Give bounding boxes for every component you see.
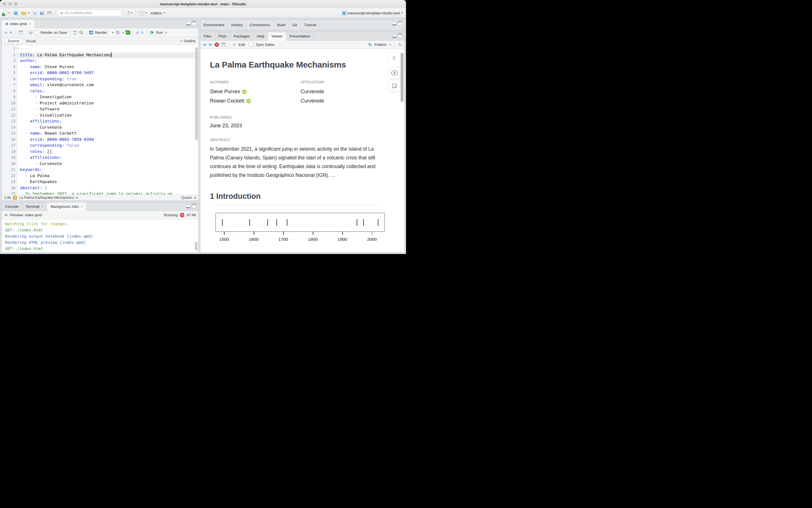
popout-icon[interactable]	[221, 43, 226, 47]
code-line[interactable]: roles: []	[17, 149, 198, 156]
goto-file-input[interactable]	[64, 11, 119, 15]
tab-files[interactable]: Files	[200, 32, 215, 40]
code-line[interactable]: - name: Rowan Cockett	[17, 131, 198, 137]
code-line[interactable]: orcid: 0000-0002-7859-8394	[17, 137, 198, 143]
orcid-icon[interactable]: iD	[246, 99, 251, 103]
code-line[interactable]: - Curvenote	[17, 161, 198, 168]
code-line[interactable]: - Visualization	[17, 113, 198, 119]
code-line[interactable]: orcid: 0000-0002-0760-5497	[17, 71, 198, 77]
code-line[interactable]: email: steve@curvenote.com	[17, 83, 198, 89]
code-line[interactable]: affiliations:	[17, 119, 198, 125]
console-scrollbar[interactable]	[195, 242, 198, 251]
search-icon[interactable]	[79, 31, 83, 35]
fold-arrow-icon[interactable]: ▾	[17, 47, 19, 50]
code-line[interactable]: affiliations:	[17, 155, 198, 161]
project-selector[interactable]: R manuscript-template-rstudio-test	[341, 10, 404, 16]
back-icon[interactable]	[4, 31, 7, 34]
code-line[interactable]: title: La Palma Earthquake Mechanisms	[17, 52, 198, 58]
code-line[interactable]: - Investigation	[17, 95, 198, 101]
source-mode-button[interactable]: Source	[4, 38, 22, 44]
tab-tutorial[interactable]: Tutorial	[300, 20, 320, 30]
orcid-icon[interactable]: iD	[242, 90, 247, 94]
chevron-down-icon[interactable]	[122, 32, 124, 33]
code-editor[interactable]: 1▾23456789101112131415161718192021222324…	[2, 45, 198, 195]
print-button[interactable]	[46, 10, 52, 15]
tab-plots[interactable]: Plots	[215, 32, 230, 40]
run-previous-icon[interactable]	[136, 31, 139, 34]
run-next-icon[interactable]	[141, 31, 144, 34]
gear-icon[interactable]	[116, 31, 120, 35]
maximize-pane-icon[interactable]	[398, 21, 402, 26]
chevron-down-icon[interactable]	[390, 44, 391, 45]
tab-build[interactable]: Build	[274, 20, 289, 30]
tab-connections[interactable]: Connections	[246, 20, 274, 30]
pane-layout-button[interactable]	[138, 10, 148, 16]
save-all-button[interactable]	[39, 11, 44, 15]
code-line[interactable]: - Software	[17, 107, 198, 113]
tab-viewer[interactable]: Viewer	[268, 32, 286, 41]
chevron-down-icon[interactable]	[112, 32, 114, 33]
stop-job-icon[interactable]: STOP	[180, 213, 184, 217]
tab-history[interactable]: History	[228, 20, 246, 30]
section-selector[interactable]: La Palma Earthquake Mechanisms	[19, 196, 74, 200]
code-line[interactable]: - Curvenote	[17, 125, 198, 131]
tab-index-qmd[interactable]: index.qmd ×	[2, 20, 35, 28]
code-line[interactable]: - Earthquakes	[17, 179, 198, 185]
code-line[interactable]: - Project administration	[17, 101, 198, 107]
code-line[interactable]: corresponding: false	[17, 143, 198, 149]
popout-icon[interactable]	[18, 31, 23, 35]
close-icon[interactable]: ×	[29, 22, 31, 26]
refresh-icon[interactable]: ↻	[398, 42, 402, 47]
tab-terminal[interactable]: Terminal×	[22, 203, 47, 211]
render-on-save-checkbox[interactable]	[34, 31, 39, 35]
goto-file-search[interactable]: ➔	[58, 9, 121, 16]
tab-packages[interactable]: Packages	[230, 32, 253, 40]
minimize-pane-icon[interactable]	[186, 22, 191, 26]
publish-button[interactable]: Publish	[374, 43, 387, 47]
stop-icon[interactable]: ✕	[215, 43, 219, 47]
code-line[interactable]: - La Palma	[17, 173, 198, 180]
code-line[interactable]: keywords:	[17, 167, 198, 173]
back-icon[interactable]	[203, 43, 206, 46]
edit-button[interactable]: Edit	[239, 43, 245, 47]
addins-button[interactable]: Addins	[150, 10, 166, 16]
forward-icon[interactable]	[209, 43, 212, 46]
tab-environment[interactable]: Environment	[200, 20, 228, 30]
code-line[interactable]: roles:	[17, 89, 198, 95]
run-button[interactable]: Run	[156, 31, 163, 35]
preview-eye-button[interactable]	[389, 67, 400, 79]
minimize-pane-icon[interactable]	[392, 22, 396, 26]
minimize-pane-icon[interactable]	[392, 34, 396, 38]
tab-presentation[interactable]: Presentation	[286, 32, 314, 40]
code-line[interactable]: In September 2021, a significant jump in…	[17, 192, 198, 195]
spellcheck-icon[interactable]: ABC✓	[73, 31, 77, 35]
maximize-pane-icon[interactable]	[192, 204, 196, 208]
tab-git[interactable]: Git	[289, 20, 301, 30]
new-file-button[interactable]: +	[2, 10, 11, 16]
close-icon[interactable]: ×	[41, 204, 44, 209]
code-line[interactable]: corresponding: true	[17, 77, 198, 83]
doc-format-selector[interactable]: Quarto	[181, 196, 192, 200]
version-control-button[interactable]: +−	[127, 10, 133, 15]
render-button[interactable]: Render	[95, 31, 107, 35]
maximize-pane-icon[interactable]	[398, 34, 402, 38]
close-icon[interactable]: ×	[81, 204, 83, 209]
code-line[interactable]: ---	[17, 46, 198, 52]
maximize-pane-icon[interactable]	[192, 21, 196, 26]
save-icon[interactable]	[29, 31, 32, 34]
back-icon[interactable]	[4, 214, 8, 217]
tab-background-jobs[interactable]: Background Jobs×	[47, 203, 86, 211]
visual-mode-button[interactable]: Visual	[26, 39, 36, 43]
collapse-panel-button[interactable]	[389, 51, 400, 64]
minimize-pane-icon[interactable]	[186, 204, 191, 208]
code-line[interactable]: abstract: |	[17, 185, 198, 192]
open-file-button[interactable]	[21, 10, 31, 15]
annotation-note-button[interactable]	[389, 80, 400, 92]
editor-scrollbar[interactable]	[195, 47, 198, 140]
code-line[interactable]: author:	[17, 58, 198, 65]
code-lines[interactable]: ---title: La Palma Earthquake Mechanisms…	[17, 45, 198, 195]
insert-chunk-icon[interactable]: C	[126, 31, 130, 35]
tab-help[interactable]: Help	[253, 32, 268, 40]
code-line[interactable]: - name: Steve Purves	[17, 65, 198, 71]
forward-icon[interactable]	[9, 31, 13, 34]
